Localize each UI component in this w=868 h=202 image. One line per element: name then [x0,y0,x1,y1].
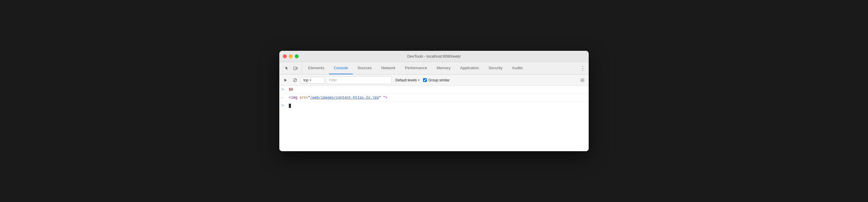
cursor-icon-button[interactable] [283,64,291,72]
console-prompt-2: ← [282,95,286,100]
tab-application[interactable]: Application [456,62,484,74]
svg-point-2 [294,69,295,69]
variable-text: $0 [289,88,293,92]
filter-input[interactable] [326,76,392,84]
traffic-lights [283,54,299,58]
more-tabs-button[interactable]: ⋮ [579,62,589,74]
group-similar-label: Group similar [428,78,450,82]
tab-audits[interactable]: Audits [507,62,527,74]
console-output: > $0 ← <img src="/web/images/content-htt… [279,86,589,151]
minimize-button[interactable] [289,54,293,58]
svg-line-5 [294,79,297,81]
devtools-icon-buttons [280,62,302,74]
tab-bar: Elements Console Sources Network Perform… [279,62,589,74]
devtools-window: DevTools - localhost:8080/web/ [279,51,589,151]
console-text-2: <img src="/web/images/content-https-2x.j… [289,95,387,100]
svg-point-6 [582,79,583,80]
console-toolbar: top ▾ Default levels ▾ Group similar [279,74,589,86]
tab-memory[interactable]: Memory [432,62,456,74]
tab-console[interactable]: Console [329,62,353,74]
console-input-prompt: > [282,103,286,108]
log-levels-button[interactable]: Default levels ▾ [394,77,421,83]
tab-spacer [527,62,579,74]
device-toolbar-icon-button[interactable] [291,64,300,72]
console-prompt-1: > [282,87,286,92]
window-title: DevTools - localhost:8080/web/ [407,54,461,59]
tab-security[interactable]: Security [484,62,507,74]
tab-network[interactable]: Network [377,62,400,74]
titlebar: DevTools - localhost:8080/web/ [279,51,589,62]
attr-name-text: src= [300,96,308,100]
tab-performance[interactable]: Performance [400,62,432,74]
maximize-button[interactable] [295,54,299,58]
group-similar-checkbox[interactable] [423,78,427,82]
console-line-1: > $0 [279,86,589,94]
clear-console-button[interactable] [291,76,299,84]
svg-rect-1 [296,67,298,69]
levels-arrow: ▾ [418,78,420,82]
devtools-body: Elements Console Sources Network Perform… [279,62,589,151]
tag-rest: "> [381,96,388,100]
run-script-button[interactable] [282,76,289,84]
cursor-blink [289,104,291,108]
svg-marker-3 [284,79,287,82]
settings-button[interactable] [579,76,586,84]
context-selector[interactable]: top ▾ [301,77,324,83]
console-input-line[interactable]: > [279,102,589,110]
console-text-1: $0 [289,87,293,92]
tab-elements[interactable]: Elements [303,62,329,74]
img-src-link[interactable]: /web/images/content-https-2x.jpg [310,96,379,100]
group-similar-checkbox-label[interactable]: Group similar [423,78,450,82]
context-arrow: ▾ [310,78,311,82]
tag-open: <img [289,96,298,100]
close-button[interactable] [283,54,287,58]
tab-sources[interactable]: Sources [353,62,377,74]
console-line-2: ← <img src="/web/images/content-https-2x… [279,94,589,102]
